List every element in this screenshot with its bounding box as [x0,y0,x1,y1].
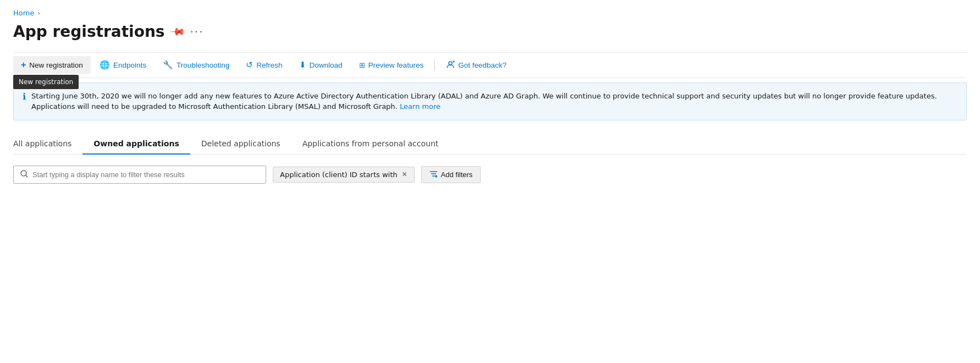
info-banner: ℹ️ Starting June 30th, 2020 we will no l… [13,82,967,120]
feedback-icon [446,60,455,70]
breadcrumb-chevron: › [37,9,40,17]
banner-text: Starting June 30th, 2020 we will no long… [31,91,957,112]
wrench-icon: 🔧 [163,60,173,70]
endpoints-label: Endpoints [113,61,146,69]
more-options-icon[interactable]: ··· [190,25,204,38]
toolbar: + New registration New registration 🌐 En… [13,52,967,78]
download-icon: ⬇ [299,60,306,70]
tab-all-applications[interactable]: All applications [13,134,82,155]
info-icon: ℹ️ [23,91,26,102]
preview-icon: ⊞ [359,61,365,69]
plus-icon: + [21,60,26,70]
tab-personal-account[interactable]: Applications from personal account [291,134,450,155]
page-container: Home › App registrations 📌 ··· + New reg… [0,0,980,197]
search-input[interactable] [32,170,259,179]
add-filters-button[interactable]: Add filters [421,166,481,183]
troubleshooting-label: Troubleshooting [177,61,229,69]
refresh-icon: ↺ [246,60,253,70]
preview-features-button[interactable]: ⊞ Preview features [351,57,432,73]
refresh-button[interactable]: ↺ Refresh [238,56,290,74]
tabs: All applications Owned applications Dele… [13,134,967,155]
filter-row: Application (client) ID starts with ✕ Ad… [13,166,967,184]
add-filters-label: Add filters [441,170,473,179]
home-link[interactable]: Home [13,9,34,17]
svg-line-2 [26,175,27,177]
search-box [13,166,266,184]
page-title: App registrations [13,23,165,41]
feedback-label: Got feedback? [458,61,506,69]
download-button[interactable]: ⬇ Download [291,56,350,74]
tab-deleted-applications[interactable]: Deleted applications [190,134,291,155]
svg-point-0 [449,62,452,65]
refresh-label: Refresh [256,61,282,69]
new-registration-tooltip: New registration [13,75,79,89]
new-registration-wrapper: + New registration New registration [13,56,91,74]
new-registration-button[interactable]: + New registration [13,56,91,74]
page-header: App registrations 📌 ··· [13,23,967,41]
tab-owned-applications[interactable]: Owned applications [82,134,190,155]
globe-icon: 🌐 [100,60,110,70]
pin-icon[interactable]: 📌 [169,24,185,40]
search-icon [20,170,28,179]
filter-icon [430,170,438,179]
breadcrumb: Home › [13,9,967,17]
filter-chip: Application (client) ID starts with ✕ [273,167,415,183]
learn-more-link[interactable]: Learn more [400,102,441,111]
endpoints-button[interactable]: 🌐 Endpoints [92,56,154,74]
troubleshooting-button[interactable]: 🔧 Troubleshooting [155,56,237,74]
preview-features-label: Preview features [368,61,424,69]
chip-label: Application (client) ID starts with [280,170,398,179]
new-registration-label: New registration [29,61,83,69]
chip-close-button[interactable]: ✕ [402,170,408,178]
download-label: Download [310,61,343,69]
toolbar-divider [434,59,435,70]
feedback-button[interactable]: Got feedback? [438,56,514,74]
